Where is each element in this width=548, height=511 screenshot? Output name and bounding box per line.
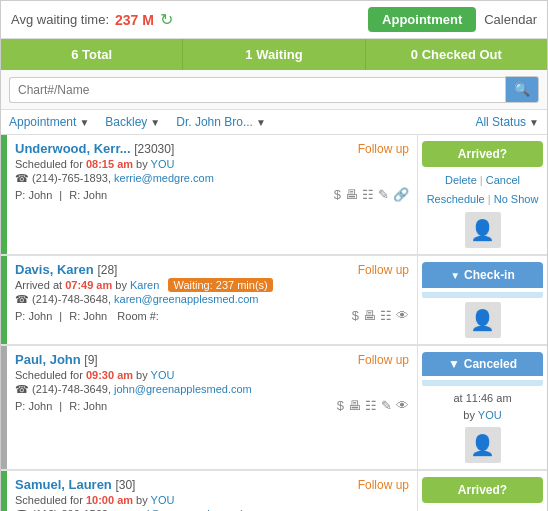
dollar-icon[interactable]: $: [352, 308, 359, 323]
provider-line: P: John | R: John $ 🖶 ☷ ✎ 👁: [15, 398, 409, 413]
action-panel: ▼ Canceled at 11:46 am by YOU 👤: [417, 346, 547, 469]
grid-icon[interactable]: ☷: [380, 308, 392, 323]
checkin-bar: [422, 292, 543, 298]
schedule-line: Arrived at 07:49 am by Karen Waiting: 23…: [15, 279, 409, 291]
delete-link[interactable]: Delete: [445, 174, 477, 186]
edit-icon[interactable]: ✎: [381, 398, 392, 413]
reschedule-link[interactable]: Reschedule: [427, 193, 485, 205]
avatar: 👤: [465, 427, 501, 463]
avg-label: Avg waiting time:: [11, 12, 109, 27]
tabs-bar: 6 Total 1 Waiting 0 Checked Out: [1, 39, 547, 70]
eye-icon[interactable]: 👁: [396, 308, 409, 323]
action-icons: $ 🖶 ☷ 👁: [352, 308, 409, 323]
filter-appointment[interactable]: Appointment ▼: [9, 115, 89, 129]
new-appointment-button[interactable]: Appointment: [368, 7, 476, 32]
schedule-line: Scheduled for 09:30 am by YOU: [15, 369, 409, 381]
action-links: Delete | Cancel Reschedule | No Show: [427, 507, 539, 511]
filter-doctor[interactable]: Dr. John Bro... ▼: [176, 115, 266, 129]
status-tag: Follow up: [358, 142, 409, 156]
status-tag: Follow up: [358, 353, 409, 367]
header: Avg waiting time: 237 M ↻ Appointment Ca…: [1, 1, 547, 39]
cancel-link[interactable]: Cancel: [486, 174, 520, 186]
patient-info: Underwood, Kerr... [23030] Follow up Sch…: [7, 135, 417, 254]
provider-line: P: John | R: John $ 🖶 ☷ ✎ 🔗: [15, 187, 409, 202]
search-button[interactable]: 🔍: [505, 76, 539, 103]
room-label: Room #:: [111, 310, 159, 322]
canceled-info: at 11:46 am by YOU: [453, 390, 511, 423]
search-bar: 🔍: [1, 70, 547, 110]
contact-line: ☎ (214)-748-3648, karen@greenapplesmed.c…: [15, 293, 409, 306]
edit-icon[interactable]: ✎: [378, 187, 389, 202]
calendar-button[interactable]: Calendar: [484, 12, 537, 27]
canceled-arrow-icon: ▼: [448, 357, 460, 371]
tab-total[interactable]: 6 Total: [1, 39, 183, 70]
refresh-icon[interactable]: ↻: [160, 10, 173, 29]
dollar-icon[interactable]: $: [334, 187, 341, 202]
patient-info: Paul, John [9] Follow up Scheduled for 0…: [7, 346, 417, 469]
waiting-badge: Waiting: 237 min(s): [168, 278, 272, 292]
link-icon[interactable]: 🔗: [393, 187, 409, 202]
avatar: 👤: [465, 302, 501, 338]
print-icon[interactable]: 🖶: [348, 398, 361, 413]
arrived-button[interactable]: Arrived?: [422, 141, 543, 167]
schedule-line: Scheduled for 08:15 am by YOU: [15, 158, 409, 170]
table-row: Paul, John [9] Follow up Scheduled for 0…: [1, 346, 547, 471]
filter-status-arrow: ▼: [529, 117, 539, 128]
contact-line: ☎ (214)-765-1893, kerrie@medgre.com: [15, 172, 409, 185]
action-links: Delete | Cancel Reschedule | No Show: [427, 171, 539, 208]
checkin-button[interactable]: ▼ Check-in: [422, 262, 543, 288]
contact-line: ☎ (214)-748-3649, john@greenapplesmed.co…: [15, 383, 409, 396]
filter-backley[interactable]: Backley ▼: [105, 115, 160, 129]
avatar: 👤: [465, 212, 501, 248]
filter-status-label: All Status: [475, 115, 526, 129]
print-icon[interactable]: 🖶: [363, 308, 376, 323]
status-tag: Follow up: [358, 478, 409, 492]
patient-name[interactable]: Paul, John [9]: [15, 352, 98, 367]
search-input[interactable]: [9, 77, 505, 103]
eye-icon[interactable]: 👁: [396, 398, 409, 413]
arrived-button[interactable]: Arrived?: [422, 477, 543, 503]
print-icon[interactable]: 🖶: [345, 187, 358, 202]
action-icons: $ 🖶 ☷ ✎ 👁: [337, 398, 409, 413]
tab-waiting[interactable]: 1 Waiting: [183, 39, 365, 70]
action-icons: $ 🖶 ☷ ✎ 🔗: [334, 187, 409, 202]
grid-icon[interactable]: ☷: [365, 398, 377, 413]
patient-list: Underwood, Kerr... [23030] Follow up Sch…: [1, 135, 547, 511]
noshow-link[interactable]: No Show: [494, 193, 539, 205]
action-panel: Arrived? Delete | Cancel Reschedule | No…: [417, 471, 547, 511]
patient-name[interactable]: Davis, Karen [28]: [15, 262, 117, 277]
header-left: Avg waiting time: 237 M ↻: [11, 10, 173, 29]
canceled-button[interactable]: ▼ Canceled: [422, 352, 543, 376]
avg-value: 237 M: [115, 12, 154, 28]
patient-name[interactable]: Samuel, Lauren [30]: [15, 477, 135, 492]
filter-row: Appointment ▼ Backley ▼ Dr. John Bro... …: [1, 110, 547, 135]
checkin-arrow-icon: ▼: [450, 270, 460, 281]
action-panel: Arrived? Delete | Cancel Reschedule | No…: [417, 135, 547, 254]
patient-info: Samuel, Lauren [30] Follow up Scheduled …: [7, 471, 417, 511]
schedule-line: Scheduled for 10:00 am by YOU: [15, 494, 409, 506]
status-tag: Follow up: [358, 263, 409, 277]
dollar-icon[interactable]: $: [337, 398, 344, 413]
patient-info: Davis, Karen [28] Follow up Arrived at 0…: [7, 256, 417, 344]
filter-status[interactable]: All Status ▼: [475, 115, 539, 129]
filter-backley-label: Backley: [105, 115, 147, 129]
tab-checked-out[interactable]: 0 Checked Out: [366, 39, 547, 70]
action-panel: ▼ Check-in 👤: [417, 256, 547, 344]
canceled-bar: [422, 380, 543, 386]
header-right: Appointment Calendar: [368, 7, 537, 32]
filter-backley-arrow: ▼: [150, 117, 160, 128]
table-row: Underwood, Kerr... [23030] Follow up Sch…: [1, 135, 547, 256]
provider-line: P: John | R: John Room #: $ 🖶 ☷ 👁: [15, 308, 409, 323]
filter-doctor-arrow: ▼: [256, 117, 266, 128]
table-row: Samuel, Lauren [30] Follow up Scheduled …: [1, 471, 547, 511]
filter-doctor-label: Dr. John Bro...: [176, 115, 253, 129]
grid-icon[interactable]: ☷: [362, 187, 374, 202]
patient-name[interactable]: Underwood, Kerr... [23030]: [15, 141, 174, 156]
filter-appointment-arrow: ▼: [79, 117, 89, 128]
filter-appointment-label: Appointment: [9, 115, 76, 129]
table-row: Davis, Karen [28] Follow up Arrived at 0…: [1, 256, 547, 346]
